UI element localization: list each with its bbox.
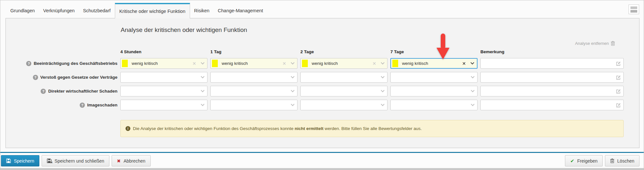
page-title: Analyse der kritischen oder wichtigen Fu… xyxy=(121,26,247,34)
tab-kritische-funktion[interactable]: Kritische oder wichtige Funktion xyxy=(115,3,190,18)
cancel-button[interactable]: ✖ Abbrechen xyxy=(112,155,150,166)
row-label: Beeinträchtigung des Geschäftsbetriebs xyxy=(34,61,117,66)
select-imageschaden-4stunden[interactable] xyxy=(120,100,207,110)
select-value: wenig kritisch xyxy=(222,61,248,66)
chevron-down-icon xyxy=(291,88,294,92)
delete-label: Löschen xyxy=(617,158,634,164)
chevron-down-icon xyxy=(291,61,294,64)
edit-pencil-icon xyxy=(616,75,621,80)
chevron-down-icon xyxy=(471,88,474,92)
chevron-down-icon xyxy=(291,75,294,78)
column-header-2tage: 2 Tage xyxy=(300,49,387,54)
tab-grundlagen[interactable]: Grundlagen xyxy=(6,3,39,18)
select-value: wenig kritisch xyxy=(402,61,428,66)
table-header-row: 4 Stunden 1 Tag 2 Tage 7 Tage Bemerkung xyxy=(6,49,639,54)
select-value: wenig kritisch xyxy=(132,61,158,66)
tab-change-management[interactable]: Change-Management xyxy=(214,3,267,18)
info-icon: i xyxy=(126,126,130,131)
edit-pencil-icon xyxy=(616,103,621,108)
help-icon[interactable]: ? xyxy=(33,75,38,80)
select-schaden-2tage[interactable] xyxy=(300,86,387,96)
clear-icon[interactable]: ✕ xyxy=(372,61,376,66)
bemerkung-verstoss-input[interactable] xyxy=(480,72,624,83)
chevron-down-icon xyxy=(201,61,204,64)
select-imageschaden-2tage[interactable] xyxy=(300,100,387,110)
save-and-close-button[interactable]: ✕ Speichern und schließen xyxy=(42,155,109,166)
warning-message: i Die Analyse der kritischen oder wichti… xyxy=(120,120,624,137)
select-verstoss-1tag[interactable] xyxy=(210,72,297,83)
cancel-x-icon: ✖ xyxy=(117,158,121,164)
window-bottom-edge xyxy=(0,168,644,170)
select-beeintraechtigung-1tag[interactable]: wenig kritisch ✕ xyxy=(210,58,297,69)
save-label: Speichern xyxy=(14,158,34,164)
select-schaden-4stunden[interactable] xyxy=(120,86,207,96)
chevron-down-icon xyxy=(470,61,474,64)
clear-icon[interactable]: ✕ xyxy=(282,61,286,66)
bemerkung-imageschaden-input[interactable] xyxy=(480,100,624,110)
severity-color-swatch xyxy=(302,60,308,67)
save-button[interactable]: Speichern xyxy=(1,155,39,166)
table-row: ? Imageschaden xyxy=(6,100,639,110)
chevron-down-icon xyxy=(381,75,384,78)
chevron-down-icon xyxy=(381,88,384,92)
cancel-label: Abbrechen xyxy=(124,158,146,164)
table-row: ? Direkter wirtschaftlicher Schaden xyxy=(6,86,639,96)
warning-text: Die Analyse der kritischen oder wichtige… xyxy=(133,126,422,131)
action-bar: Speichern ✕ Speichern und schließen ✖ Ab… xyxy=(0,153,644,169)
select-verstoss-4stunden[interactable] xyxy=(120,72,207,83)
row-label: Direkter wirtschaftlicher Schaden xyxy=(48,89,117,94)
chevron-down-icon xyxy=(471,75,474,78)
row-label: Verstoß gegen Gesetze oder Verträge xyxy=(40,75,117,80)
select-beeintraechtigung-2tage[interactable]: wenig kritisch ✕ xyxy=(300,58,387,69)
bemerkung-schaden-input[interactable] xyxy=(480,86,624,96)
select-imageschaden-1tag[interactable] xyxy=(210,100,297,110)
clear-icon[interactable]: ✕ xyxy=(462,61,466,66)
tab-bar: Grundlagen Verknüpfungen Schutzbedarf Kr… xyxy=(0,0,644,18)
bemerkung-beeintraechtigung-input[interactable] xyxy=(480,58,624,69)
select-beeintraechtigung-7tage[interactable]: wenig kritisch ✕ xyxy=(390,58,478,69)
release-button[interactable]: ✔ Freigeben xyxy=(565,155,603,166)
select-verstoss-7tage[interactable] xyxy=(390,72,478,83)
severity-color-swatch xyxy=(392,60,398,67)
column-header-bemerkung: Bemerkung xyxy=(480,49,624,54)
edit-pencil-icon xyxy=(616,89,621,94)
tab-risiken[interactable]: Risiken xyxy=(190,3,214,18)
select-value: wenig kritisch xyxy=(312,61,338,66)
help-icon[interactable]: ? xyxy=(80,103,85,108)
chevron-down-icon xyxy=(201,88,204,92)
red-arrow-annotation xyxy=(436,33,450,60)
save-floppy-icon xyxy=(6,158,11,163)
analysis-panel: Analyse der kritischen oder wichtigen Fu… xyxy=(5,18,639,148)
chevron-down-icon xyxy=(201,75,204,78)
select-schaden-1tag[interactable] xyxy=(210,86,297,96)
object-detail-window: Grundlagen Verknüpfungen Schutzbedarf Kr… xyxy=(0,0,644,170)
edit-pencil-icon xyxy=(616,61,621,66)
select-verstoss-2tage[interactable] xyxy=(300,72,387,83)
table-row: ? Beeinträchtigung des Geschäftsbetriebs… xyxy=(6,58,639,69)
release-label: Freigeben xyxy=(577,158,598,164)
panel-toggle-button[interactable] xyxy=(629,5,639,14)
remove-analysis-label: Analyse entfernen xyxy=(575,41,609,46)
trash-icon xyxy=(610,158,614,163)
chevron-down-icon xyxy=(381,102,384,106)
chevron-down-icon xyxy=(201,102,204,106)
tab-schutzbedarf[interactable]: Schutzbedarf xyxy=(79,3,115,18)
select-schaden-7tage[interactable] xyxy=(390,86,478,96)
select-imageschaden-7tage[interactable] xyxy=(390,100,478,110)
select-beeintraechtigung-4stunden[interactable]: wenig kritisch ✕ xyxy=(120,58,207,69)
remove-analysis-link[interactable]: Analyse entfernen xyxy=(575,41,615,46)
help-icon[interactable]: ? xyxy=(26,61,31,66)
trash-icon xyxy=(611,41,615,46)
delete-button[interactable]: Löschen xyxy=(605,155,639,166)
table-row: ? Verstoß gegen Gesetze oder Verträge xyxy=(6,72,639,83)
tab-verknuepfungen[interactable]: Verknüpfungen xyxy=(39,3,79,18)
clear-icon[interactable]: ✕ xyxy=(192,61,196,66)
column-header-1tag: 1 Tag xyxy=(210,49,297,54)
save-and-close-label: Speichern und schließen xyxy=(55,158,104,164)
column-header-7tage: 7 Tage xyxy=(390,49,478,54)
severity-color-swatch xyxy=(212,60,218,67)
analysis-table: 4 Stunden 1 Tag 2 Tage 7 Tage Bemerkung … xyxy=(6,49,639,114)
save-close-floppy-icon: ✕ xyxy=(47,158,52,163)
check-icon: ✔ xyxy=(570,158,574,164)
help-icon[interactable]: ? xyxy=(41,89,46,94)
